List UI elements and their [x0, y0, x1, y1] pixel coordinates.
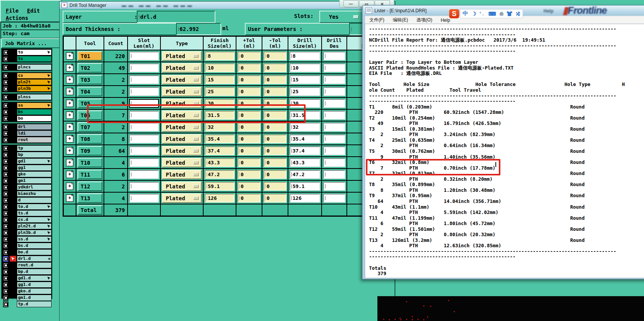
drill-size-input[interactable]: 25	[290, 87, 320, 96]
menu-file[interactable]: File	[6, 8, 19, 14]
tool-button[interactable]: T04	[78, 87, 102, 96]
finish-size-input[interactable]: 59.1	[205, 182, 235, 191]
layer-row-drl.d[interactable]: drl.d⊞	[2, 256, 52, 262]
layer-checkbox[interactable]	[3, 56, 8, 62]
plus-tol-input[interactable]: 0	[238, 87, 261, 96]
drill-size-input[interactable]: 43.3	[290, 158, 320, 167]
layer-row-cs[interactable]: cs	[2, 73, 52, 79]
type-dropdown[interactable]: Plated	[162, 170, 202, 179]
expand-row-icon[interactable]: +D	[66, 88, 73, 95]
layer-row-gko.d[interactable]: gko.d	[2, 288, 52, 294]
slot-len-input[interactable]	[129, 135, 159, 143]
layer-row-cs.d[interactable]: cs.d	[2, 217, 52, 223]
layer-row-bo.d[interactable]: bo.d	[2, 249, 52, 255]
tool-button[interactable]: T07	[78, 122, 102, 132]
layer-checkbox[interactable]	[3, 146, 8, 151]
expand-row-icon[interactable]: +E	[66, 100, 73, 107]
lister-content[interactable]: ----------------------------------------…	[365, 24, 644, 278]
layer-row-ydkdrl[interactable]: ydkdrl	[2, 184, 52, 190]
sogou-logo-icon[interactable]: S	[449, 9, 459, 18]
finish-size-input[interactable]: 15	[205, 75, 235, 84]
drill-des-input[interactable]	[323, 146, 345, 155]
type-dropdown[interactable]: Plated	[162, 122, 202, 132]
type-dropdown[interactable]: Plated	[162, 134, 202, 144]
layer-row-gko[interactable]: gko	[2, 171, 52, 177]
drill-des-input[interactable]	[323, 87, 345, 96]
plus-tol-input[interactable]: 0	[238, 182, 261, 191]
drill-des-input[interactable]	[323, 135, 345, 143]
layer-row-ss[interactable]: ss	[2, 102, 52, 109]
chinese-mode-icon[interactable]: 中	[463, 10, 468, 17]
expand-row-icon[interactable]: +H	[66, 135, 73, 143]
minus-tol-input[interactable]: 0	[264, 182, 286, 191]
board-thickness-input[interactable]: 62.992	[176, 23, 221, 35]
lister-menu-item[interactable]: 文件(F)	[369, 17, 384, 23]
layer-row-gm1.d[interactable]: gm1.d	[2, 295, 52, 301]
drill-size-input[interactable]: 47.2	[290, 170, 320, 179]
job-matrix-button[interactable]: Job Matrix ...	[1, 38, 61, 48]
layer-row-rout[interactable]: rout	[2, 137, 52, 143]
plus-tol-input[interactable]: 0	[238, 63, 261, 72]
slot-len-input[interactable]	[129, 146, 159, 155]
slot-len-input[interactable]	[129, 182, 159, 191]
expand-row-icon[interactable]: +F	[66, 112, 73, 119]
layer-row-ts.d[interactable]: ts.d	[2, 210, 52, 216]
slot-len-input[interactable]	[129, 63, 159, 72]
finish-size-input[interactable]: 43.3	[205, 158, 235, 167]
layer-row-bo[interactable]: bo	[2, 115, 52, 122]
type-dropdown[interactable]: Plated	[162, 193, 202, 203]
drill-size-input[interactable]: 10	[290, 63, 320, 72]
layer-checkbox[interactable]	[3, 137, 8, 143]
layer-checkbox[interactable]	[3, 65, 8, 70]
user-account-icon[interactable]	[500, 11, 503, 17]
layer-checkbox[interactable]	[3, 103, 8, 109]
finish-size-input[interactable]: 47.2	[205, 170, 235, 179]
tool-button[interactable]: T02	[78, 63, 102, 73]
layer-row-pln3b.d[interactable]: pln3b.d	[2, 230, 52, 236]
minus-tol-input[interactable]: 0	[264, 135, 286, 143]
finish-size-input[interactable]: 32	[205, 123, 235, 131]
minus-tol-input[interactable]: 0	[264, 146, 286, 155]
layer-row-d[interactable]: d	[2, 197, 52, 203]
layer-checkbox[interactable]	[3, 295, 8, 301]
pcb-graphic-view[interactable]	[377, 296, 644, 321]
minus-tol-input[interactable]: 0	[264, 170, 286, 179]
skin-tshirt-icon[interactable]	[507, 11, 512, 16]
drill-des-input[interactable]	[323, 75, 345, 84]
slot-len-input[interactable]	[129, 87, 159, 96]
finish-size-input[interactable]: 8	[205, 52, 235, 60]
layer-checkbox[interactable]	[3, 243, 8, 249]
drill-des-input[interactable]	[323, 63, 345, 72]
layer-row-rout.d[interactable]: rout.d	[2, 262, 52, 268]
layer-checkbox[interactable]	[3, 237, 8, 242]
finish-size-input[interactable]: 10	[205, 63, 235, 72]
layer-checkbox[interactable]	[3, 191, 8, 197]
menu-actions[interactable]: Actions	[6, 15, 28, 21]
layer-checkbox[interactable]	[3, 159, 8, 164]
expand-row-icon[interactable]: +M	[66, 195, 73, 202]
plus-tol-input[interactable]: 0	[238, 146, 261, 155]
type-dropdown[interactable]: Plated	[162, 182, 202, 191]
layer-row-plnss[interactable]: plnss	[2, 94, 52, 100]
minus-tol-input[interactable]: 0	[264, 123, 286, 131]
layer-checkbox[interactable]	[3, 178, 8, 184]
wrench-settings-icon[interactable]: ⚒	[515, 11, 521, 16]
layer-checkbox[interactable]	[3, 204, 8, 210]
expand-row-icon[interactable]: +I	[66, 147, 73, 154]
drill-des-input[interactable]	[323, 99, 345, 108]
finish-size-input[interactable]: 126	[205, 194, 235, 203]
punctuation-icon[interactable]: °，	[480, 11, 485, 16]
plus-tol-input[interactable]: 0	[238, 123, 261, 131]
lister-menu-item[interactable]: 编辑(E)	[393, 17, 408, 23]
tool-button[interactable]: T08	[78, 134, 102, 144]
finish-size-input[interactable]: 25	[205, 87, 235, 96]
drill-size-input[interactable]: 32	[290, 123, 320, 131]
expand-row-icon[interactable]: +B	[66, 64, 73, 71]
slot-len-input[interactable]	[129, 75, 159, 84]
layer-row-to[interactable]: to	[2, 49, 52, 55]
plus-tol-input[interactable]: 0	[238, 170, 261, 179]
slot-len-input[interactable]	[129, 158, 159, 167]
layer-checkbox[interactable]	[3, 211, 8, 216]
layer-row-gd1[interactable]: gd1	[2, 158, 52, 164]
layer-row-biaozhu[interactable]: biaozhu	[2, 191, 52, 197]
